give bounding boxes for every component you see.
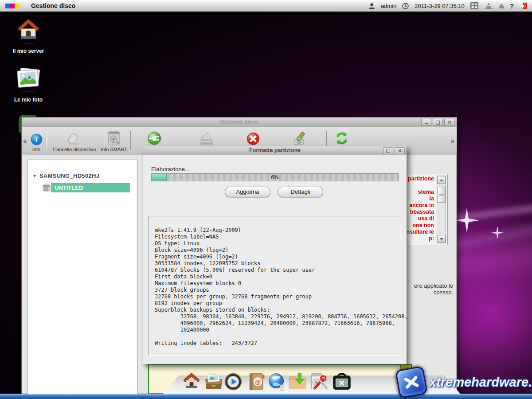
warning-line: p: <box>406 235 434 242</box>
details-button[interactable]: Dettagli <box>278 187 323 197</box>
refresh-icon <box>335 131 349 145</box>
scrollbar[interactable] <box>437 176 446 243</box>
toolbar-button-info[interactable]: i Info <box>26 129 47 152</box>
toolbar-button-smart-info[interactable]: Info SMART <box>96 129 132 152</box>
dock-item-home[interactable] <box>182 372 201 392</box>
eject-icon <box>199 132 214 145</box>
progress-percent-label: 6% <box>152 174 398 180</box>
format-console-box: mke2fs 1.41.9 (22-Aug-2009) Filesystem l… <box>148 216 402 356</box>
dialog-titlebar[interactable]: Formatta partizione <box>143 146 407 155</box>
minimize-icon <box>425 123 428 124</box>
toolbar-button-eject[interactable] <box>190 129 223 147</box>
media-player-icon <box>223 372 243 392</box>
maximize-icon <box>386 149 390 153</box>
window-titlebar[interactable]: Gestione disco <box>22 117 457 127</box>
watermark: xtremehardware.it <box>397 368 532 396</box>
tree-item-partition[interactable]: UNTITLED <box>42 183 130 192</box>
clock-icon <box>402 3 409 9</box>
dock-item-browser[interactable] <box>267 372 287 392</box>
user-icon <box>368 3 375 9</box>
partition-label-selected: UNTITLED <box>51 183 130 192</box>
desktop: Gestione disco admin 2011-3-29 07:35:10 … <box>0 0 532 399</box>
watermark-text: xtremehardware.it <box>429 375 532 390</box>
info-icon: i <box>31 133 43 145</box>
eraser-icon <box>67 132 82 145</box>
minimize-button[interactable] <box>421 119 431 126</box>
device-tree-panel: ▼ SAMSUNG_HD502HJ UNTITLED <box>27 160 138 394</box>
warning-line: nsultare le <box>406 229 434 235</box>
scrollbar-thumb[interactable] <box>437 187 446 203</box>
progress-status-label: Elaborazione... <box>151 166 190 172</box>
warning-line: stema <box>406 189 434 196</box>
tree-disk-label: SAMSUNG_HD502HJ <box>39 172 99 179</box>
menubar-app-title: Gestione disco <box>31 2 75 9</box>
warning-line: la <box>406 196 434 202</box>
warning-line: usa di <box>406 215 434 222</box>
scroll-down-button[interactable] <box>437 235 446 243</box>
close-button[interactable] <box>444 119 454 126</box>
warning-text: partizione stema la ancora in bbassata u… <box>406 176 434 242</box>
toolbar-button-erase-device[interactable]: Cancella dispositivo <box>47 129 102 152</box>
arrow-down-icon <box>440 238 443 240</box>
warning-line: partizione <box>406 176 434 182</box>
photos-icon <box>204 372 223 392</box>
dialog-maximize-button[interactable] <box>383 147 393 154</box>
home-icon <box>16 17 41 44</box>
svg-text:i: i <box>35 136 38 143</box>
maximize-icon <box>436 121 440 125</box>
download-folder-icon <box>288 372 308 392</box>
arrow-up-icon <box>440 179 443 181</box>
dock-item-media-player[interactable] <box>223 372 243 392</box>
scroll-up-button[interactable] <box>437 176 446 184</box>
warning-line <box>406 182 434 189</box>
photos-icon <box>15 66 42 93</box>
plug-icon <box>147 131 161 145</box>
sparkle-star <box>491 226 504 239</box>
tree-item-disk[interactable]: ▼ SAMSUNG_HD502HJ <box>32 172 99 179</box>
console-output: mke2fs 1.41.9 (22-Aug-2009) Filesystem l… <box>149 216 402 347</box>
desktop-item-photos[interactable]: Le mie foto <box>5 66 51 103</box>
toolbar-scroll-right[interactable]: » <box>451 137 454 145</box>
window-title: Gestione disco <box>22 119 457 125</box>
warning-line: one non <box>406 222 434 229</box>
browser-globe-icon <box>267 372 287 392</box>
sparkle-star <box>454 208 479 233</box>
dock-item-toolbox[interactable] <box>332 372 351 392</box>
edit-pencil-icon <box>293 131 308 145</box>
tree-expand-icon[interactable]: ▼ <box>32 173 37 178</box>
contacts-icon: @ <box>246 372 266 392</box>
eject-icon[interactable] <box>499 4 504 8</box>
top-menubar: Gestione disco admin 2011-3-29 07:35:10 … <box>0 0 532 12</box>
format-progress-bar: 6% <box>151 173 399 181</box>
desktop-item-label: Il mio server <box>5 48 51 54</box>
console-icon[interactable] <box>484 3 493 9</box>
desktop-item-label: Le mie foto <box>5 97 51 103</box>
username-label[interactable]: admin <box>381 3 396 9</box>
datetime-label: 2011-3-29 07:35:10 <box>415 3 465 9</box>
warning-line: ancora in <box>406 202 434 209</box>
toolbar-button-delete[interactable] <box>237 129 270 147</box>
close-icon <box>448 121 451 124</box>
home-icon <box>182 372 201 392</box>
maximize-button[interactable] <box>433 119 443 126</box>
close-icon <box>398 149 402 153</box>
logout-icon[interactable] <box>520 2 528 10</box>
toolbox-icon <box>332 372 352 392</box>
dialog-close-button[interactable] <box>395 147 405 154</box>
desktop-item-server[interactable]: Il mio server <box>5 17 51 54</box>
dialog-title: Formatta partizione <box>143 147 407 153</box>
window-switcher-icon[interactable] <box>470 2 478 9</box>
warning-line: bbassata <box>406 209 434 215</box>
toolbar-button-refresh[interactable] <box>325 129 358 147</box>
partition-icon <box>42 184 51 192</box>
dock-item-contacts[interactable]: @ <box>246 372 266 392</box>
dock-item-download[interactable] <box>288 372 308 392</box>
format-partition-dialog: Formatta partizione Elaborazione... 6% A… <box>143 146 407 364</box>
dock-item-photos[interactable] <box>204 372 223 392</box>
refresh-button[interactable]: Aggiorna <box>225 187 270 197</box>
toolbar-button-edit[interactable] <box>284 129 317 147</box>
dock-item-disk-utility[interactable] <box>309 372 329 392</box>
svg-text:@: @ <box>255 379 261 385</box>
help-icon[interactable]: ? <box>510 2 514 10</box>
hdd-icon <box>108 131 120 145</box>
